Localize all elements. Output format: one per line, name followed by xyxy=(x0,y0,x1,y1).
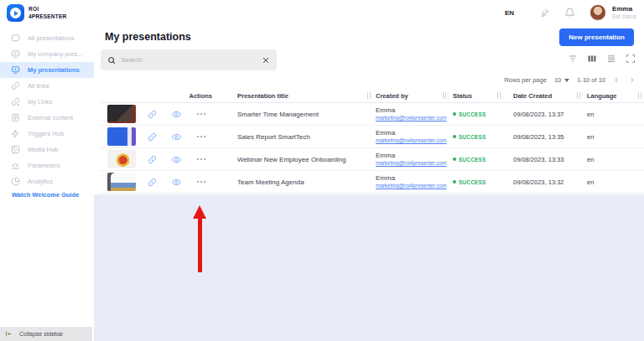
collapse-sidebar-button[interactable]: Collapse sidebar xyxy=(0,327,92,341)
sidebar-item-my-presentations[interactable]: My presentations xyxy=(0,62,94,78)
column-header-actions: Actions xyxy=(143,92,222,100)
clear-search-icon[interactable] xyxy=(262,56,270,65)
content-background xyxy=(94,194,644,341)
annotation-arrow-shaft xyxy=(198,218,202,272)
search-icon xyxy=(107,56,116,65)
link-icon xyxy=(11,81,20,90)
status-badge: SUCCESS xyxy=(459,179,486,185)
presentation-title[interactable]: Sales Report SmartTech xyxy=(237,133,310,141)
creator-email-link[interactable]: marketing@roi4presenter.com xyxy=(376,183,446,189)
new-presentation-button[interactable]: New presentation xyxy=(559,28,634,46)
main-content: My presentations New presentation Rows p… xyxy=(94,25,644,341)
sidebar: ROI 4PRESENTER All presentations My comp… xyxy=(0,0,94,341)
copy-link-icon[interactable] xyxy=(148,155,157,164)
creator-name: Emma xyxy=(376,174,395,183)
rows-per-page-select[interactable]: 10 xyxy=(554,76,569,84)
preview-eye-icon[interactable] xyxy=(172,110,181,119)
column-header-date-created[interactable]: Date Created xyxy=(503,92,583,100)
presentation-thumbnail[interactable] xyxy=(107,127,136,146)
fullscreen-icon[interactable] xyxy=(626,54,636,64)
more-actions-button[interactable] xyxy=(196,158,206,161)
sidebar-item-my-links[interactable]: My Links xyxy=(0,94,94,110)
table-header: Actions Presentation title Created by St… xyxy=(101,89,644,103)
company-presentations-icon xyxy=(11,49,20,59)
notifications-bell-icon[interactable] xyxy=(564,8,575,18)
date-created-value: 09/08/2023, 13:33 xyxy=(513,156,564,163)
search-bar[interactable] xyxy=(101,49,277,70)
sidebar-item-external-content[interactable]: External content xyxy=(0,110,94,126)
preview-eye-icon[interactable] xyxy=(172,155,181,164)
status-dot-icon xyxy=(453,158,456,161)
previous-page-icon[interactable] xyxy=(613,76,621,84)
sidebar-item-my-company-presentations[interactable]: My company pres... xyxy=(0,46,94,62)
list-view-icon[interactable] xyxy=(606,54,616,64)
sidebar-item-triggers-hub[interactable]: Triggers Hub xyxy=(0,126,94,142)
table-row: Sales Report SmartTech Emma marketing@ro… xyxy=(101,126,644,148)
user-avatar[interactable] xyxy=(589,4,606,21)
language-value: en xyxy=(587,111,594,118)
sort-icon[interactable] xyxy=(497,92,501,99)
table-body: Smarter Time Management Emma marketing@r… xyxy=(101,103,644,194)
brand-name: ROI 4PRESENTER xyxy=(29,6,66,19)
sort-icon[interactable] xyxy=(443,92,446,99)
table-row: Team Meeting Agenda Emma marketing@roi4p… xyxy=(101,171,644,194)
column-header-language[interactable]: Language xyxy=(583,92,644,100)
table-row: Webinar New Employee Onboarding Emma mar… xyxy=(101,148,644,171)
presentation-title[interactable]: Webinar New Employee Onboarding xyxy=(237,156,346,163)
preview-eye-icon[interactable] xyxy=(172,132,181,142)
sidebar-nav: All presentations My company pres... My … xyxy=(0,30,94,189)
pie-chart-icon xyxy=(11,177,20,186)
status-badge: SUCCESS xyxy=(459,134,486,140)
presentation-title[interactable]: Team Meeting Agenda xyxy=(237,178,304,186)
creator-email-link[interactable]: marketing@roi4presenter.com xyxy=(376,137,446,144)
language-value: en xyxy=(587,178,594,186)
filter-icon[interactable] xyxy=(568,54,578,64)
sidebar-item-media-hub[interactable]: Media Hub xyxy=(0,142,94,158)
user-name: Emma xyxy=(612,5,636,13)
creator-name: Emma xyxy=(376,129,395,137)
sidebar-item-all-links[interactable]: All links xyxy=(0,78,94,94)
column-header-title[interactable]: Presentation title xyxy=(222,92,373,100)
more-actions-button[interactable] xyxy=(196,135,206,138)
copy-link-icon[interactable] xyxy=(148,110,157,119)
copy-link-icon[interactable] xyxy=(148,178,157,187)
creator-name: Emma xyxy=(376,106,395,115)
more-actions-button[interactable] xyxy=(196,180,206,183)
next-page-icon[interactable] xyxy=(628,76,636,84)
search-input[interactable] xyxy=(121,56,257,64)
brand-logo[interactable]: ROI 4PRESENTER xyxy=(7,4,66,22)
watch-welcome-guide-link[interactable]: Watch Welcome Guide xyxy=(12,191,79,199)
presentation-thumbnail[interactable] xyxy=(107,150,136,168)
creator-email-link[interactable]: marketing@roi4presenter.com xyxy=(376,160,446,167)
set-status-link[interactable]: Set status xyxy=(612,13,636,20)
presentations-table: Actions Presentation title Created by St… xyxy=(101,89,644,194)
language-switcher[interactable]: EN xyxy=(505,9,514,17)
status-dot-icon xyxy=(453,112,456,116)
lightning-icon xyxy=(11,129,20,138)
sidebar-item-parameters[interactable]: Parameters xyxy=(0,158,94,173)
whats-new-party-icon[interactable] xyxy=(539,8,550,18)
presentation-thumbnail[interactable] xyxy=(107,105,136,123)
sort-icon[interactable] xyxy=(638,92,641,99)
sidebar-item-all-presentations[interactable]: All presentations xyxy=(0,30,94,46)
copy-link-icon[interactable] xyxy=(148,132,157,142)
presentation-thumbnail[interactable] xyxy=(107,173,136,191)
pagination-range: 1-10 of 10 xyxy=(577,76,605,84)
table-row: Smarter Time Management Emma marketing@r… xyxy=(101,103,644,126)
media-image-icon xyxy=(11,145,20,154)
user-info: Emma Set status xyxy=(612,5,636,19)
column-header-created-by[interactable]: Created by xyxy=(373,92,449,100)
more-actions-button[interactable] xyxy=(196,112,206,116)
creator-email-link[interactable]: marketing@roi4presenter.com xyxy=(376,115,446,121)
sidebar-item-analytics[interactable]: Analytics xyxy=(0,173,94,189)
sort-icon[interactable] xyxy=(577,92,580,99)
language-value: en xyxy=(587,133,594,141)
grid-view-icon[interactable] xyxy=(587,54,597,64)
pagination: Rows per page 10 1-10 of 10 xyxy=(504,76,636,84)
column-header-status[interactable]: Status xyxy=(449,92,503,100)
sort-icon[interactable] xyxy=(367,92,371,99)
presentation-title[interactable]: Smarter Time Management xyxy=(237,111,319,118)
status-badge: SUCCESS xyxy=(459,111,486,117)
collapse-arrow-icon xyxy=(5,330,13,338)
preview-eye-icon[interactable] xyxy=(172,178,181,187)
